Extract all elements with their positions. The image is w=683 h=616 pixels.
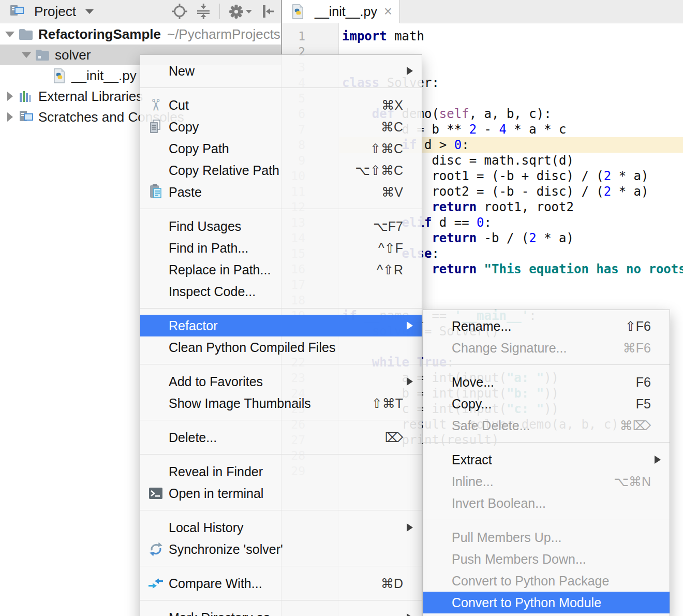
menu-item-clean-python-compiled-files[interactable]: Clean Python Compiled Files (140, 336, 422, 358)
menu-item-cut[interactable]: ✂Cut⌘X (140, 94, 422, 116)
menu-item-delete[interactable]: Delete...⌦ (140, 427, 422, 448)
menu-item-label: Find in Path... (169, 241, 366, 256)
chevron-collapsed-icon[interactable] (3, 112, 17, 122)
chevron-expanded-icon[interactable] (3, 32, 17, 37)
menu-item-replace-in-path[interactable]: Replace in Path...^⇧R (140, 259, 422, 281)
tree-item-path: ~/PycharmProjects (167, 26, 280, 42)
menu-item-push-members-down[interactable]: Push Members Down... (423, 548, 670, 570)
menu-item-rename[interactable]: Rename...⇧F6 (423, 315, 670, 337)
menu-item-shortcut: ⌘F6 (623, 341, 651, 356)
menu-item-add-to-favorites[interactable]: Add to Favorites (140, 371, 422, 392)
menu-item-convert-to-python-module[interactable]: Convert to Python Module (423, 592, 670, 613)
submenu-arrow-icon (407, 321, 413, 330)
menu-item-label: Copy (169, 120, 368, 135)
menu-item-shortcut: ⌥F7 (373, 219, 403, 234)
menu-item-move[interactable]: Move...F6 (423, 371, 670, 393)
folder-icon (17, 28, 35, 40)
locate-icon[interactable] (172, 4, 187, 19)
project-toolbar-buttons (172, 4, 276, 20)
menu-item-open-in-terminal[interactable]: Open in terminal (140, 482, 422, 504)
menu-item-label: Copy Path (169, 141, 358, 156)
menu-item-find-in-path[interactable]: Find in Path...^⇧F (140, 237, 422, 259)
menu-item-label: Change Signature... (452, 341, 611, 356)
terminal-icon (146, 487, 165, 500)
menu-item-copy[interactable]: Copy⌘C (140, 116, 422, 138)
menu-item-copy-path[interactable]: Copy Path⇧⌘C (140, 138, 422, 159)
menu-item-inspect-code[interactable]: Inspect Code... (140, 281, 422, 302)
menu-item-label: Find Usages (169, 219, 361, 234)
menu-item-inline[interactable]: Inline...⌥⌘N (423, 471, 670, 492)
chevron-down-icon (246, 10, 252, 13)
menu-item-shortcut: ⇧⌘T (372, 396, 403, 411)
line-number: 1 (282, 28, 338, 44)
project-toolbar: Project (0, 0, 281, 23)
chevron-expanded-icon[interactable] (20, 52, 33, 58)
menu-item-label: Convert to Python Package (452, 574, 651, 589)
menu-item-reveal-in-finder[interactable]: Reveal in Finder (140, 461, 422, 482)
menu-item-change-signature[interactable]: Change Signature...⌘F6 (423, 337, 670, 359)
menu-item-shortcut: ⌥⌘N (614, 474, 651, 489)
menu-item-show-image-thumbnails[interactable]: Show Image Thumbnails⇧⌘T (140, 392, 422, 414)
menu-item-extract[interactable]: Extract (423, 449, 670, 471)
paste-icon (146, 184, 165, 200)
menu-item-convert-to-python-package[interactable]: Convert to Python Package (423, 570, 670, 592)
menu-item-shortcut: ⌦ (385, 430, 403, 445)
menu-separator (140, 308, 422, 309)
settings-gear-icon[interactable] (228, 4, 252, 20)
menu-separator (140, 566, 422, 566)
hide-panel-icon[interactable] (260, 4, 276, 19)
tree-item-refactoringsample[interactable]: RefactoringSample~/PycharmProjects (0, 24, 281, 45)
editor-tab-bar: __init__.py × (282, 0, 683, 23)
menu-item-label: Cut (169, 98, 369, 113)
menu-item-paste[interactable]: Paste⌘V (140, 181, 422, 203)
scratches-icon (17, 110, 35, 124)
tree-item-label: RefactoringSample (38, 26, 161, 42)
compare-icon (146, 577, 165, 590)
menu-item-find-usages[interactable]: Find Usages⌥F7 (140, 215, 422, 237)
menu-item-label: Extract (452, 452, 651, 467)
menu-item-compare-with[interactable]: Compare With...⌘D (140, 573, 422, 594)
project-view-label: Project (34, 4, 76, 20)
close-tab-icon[interactable]: × (384, 5, 392, 19)
menu-separator (423, 520, 670, 520)
menu-item-refactor[interactable]: Refactor (140, 315, 422, 336)
menu-separator (140, 454, 422, 454)
menu-separator (423, 442, 670, 443)
menu-item-label: Invert Boolean... (452, 496, 651, 511)
menu-item-local-history[interactable]: Local History (140, 517, 422, 538)
menu-separator (140, 600, 422, 600)
menu-item-copy-relative-path[interactable]: Copy Relative Path⌥⇧⌘C (140, 159, 422, 181)
menu-item-label: Push Members Down... (452, 552, 651, 567)
submenu-arrow-icon (407, 67, 413, 75)
menu-item-safe-delete[interactable]: Safe Delete...⌘⌦ (423, 415, 670, 436)
menu-item-label: Convert to Python Module (452, 595, 651, 610)
menu-item-shortcut: F6 (636, 375, 651, 390)
menu-item-shortcut: ⇧⌘C (370, 141, 403, 156)
tab-init-py[interactable]: __init__.py × (282, 0, 400, 23)
menu-item-new[interactable]: New (140, 60, 422, 82)
menu-item-mark-directory-as[interactable]: Mark Directory as (140, 607, 422, 616)
menu-item-label: Inspect Code... (169, 284, 403, 299)
menu-item-shortcut: ⌘C (381, 120, 403, 135)
tab-title: __init__.py (315, 4, 377, 19)
menu-item-copy[interactable]: Copy...F5 (423, 393, 670, 415)
collapse-all-icon[interactable] (196, 4, 211, 19)
menu-item-shortcut: ⌘V (381, 185, 403, 200)
python-file-icon (288, 4, 307, 19)
menu-item-invert-boolean[interactable]: Invert Boolean... (423, 492, 670, 514)
project-view-selector[interactable]: Project (7, 4, 94, 20)
menu-item-shortcut: F5 (636, 397, 651, 412)
menu-item-shortcut: ⌥⇧⌘C (355, 163, 403, 178)
menu-item-shortcut: ⌘⌦ (620, 418, 651, 433)
menu-item-label: Show Image Thumbnails (169, 396, 359, 411)
menu-item-label: Add to Favorites (169, 374, 403, 389)
menu-item-pull-members-up[interactable]: Pull Members Up... (423, 526, 670, 548)
menu-item-label: Delete... (169, 430, 373, 445)
menu-item-label: Mark Directory as (169, 610, 403, 616)
menu-item-label: Compare With... (169, 576, 368, 591)
chevron-collapsed-icon[interactable] (3, 92, 17, 101)
menu-item-synchronize-solver[interactable]: Synchronize 'solver' (140, 538, 422, 560)
submenu-arrow-icon (407, 523, 413, 532)
menu-item-label: Open in terminal (169, 486, 403, 501)
libraries-icon (17, 90, 35, 103)
